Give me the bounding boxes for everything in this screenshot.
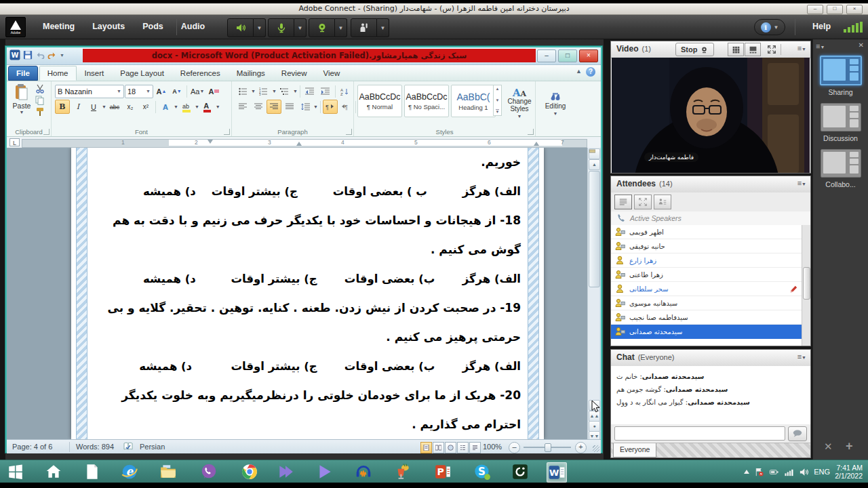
language-indicator[interactable]: ENG — [814, 468, 830, 476]
language-indicator[interactable]: Persian — [140, 440, 165, 454]
redo-icon[interactable] — [47, 51, 57, 59]
word-tab-home[interactable]: Home — [39, 66, 77, 81]
menu-meeting[interactable]: Meeting — [34, 15, 83, 39]
right-indent-marker[interactable] — [534, 142, 539, 146]
attendee-row[interactable]: سیدفاطمه صنا نجیب — [611, 310, 802, 325]
word-tab-file[interactable]: File — [8, 66, 38, 81]
word-tab-view[interactable]: View — [315, 66, 349, 81]
first-line-indent-marker[interactable] — [208, 140, 213, 144]
cut-pod-icon[interactable]: ✕ — [824, 441, 833, 453]
print-layout-view-icon[interactable] — [420, 442, 432, 453]
minimize-icon[interactable]: – — [807, 5, 823, 14]
action-center-icon[interactable] — [754, 467, 764, 477]
audacity-icon[interactable] — [354, 462, 373, 481]
collapse-ribbon-icon[interactable]: ▲ — [576, 68, 582, 75]
line-spacing-icon[interactable] — [298, 100, 313, 114]
attendees-pod-menu-icon[interactable]: ≡▼ — [797, 179, 806, 187]
skype-icon[interactable]: S — [473, 462, 492, 481]
webcam-icon[interactable] — [309, 18, 335, 37]
word-help-icon[interactable]: ? — [586, 67, 595, 77]
internet-explorer-icon[interactable]: e — [120, 462, 139, 481]
speaker-dropdown[interactable]: ▼ — [254, 18, 266, 37]
volume-icon[interactable] — [799, 467, 809, 477]
layouts-menu-icon[interactable]: ≡▼ — [816, 42, 825, 50]
ruler[interactable]: L 1234567 — [7, 137, 601, 148]
cocktail-icon[interactable] — [393, 462, 412, 481]
quick-access-dropdown-icon[interactable]: ▼ — [60, 53, 64, 58]
font-dialog-launcher-icon[interactable] — [224, 129, 230, 135]
font-size-combo[interactable]: 18▼ — [125, 85, 153, 98]
select-browse-object-icon[interactable]: ● — [589, 421, 600, 432]
editing-button[interactable]: Editing ▼ — [538, 83, 572, 125]
document-icon[interactable] — [83, 462, 102, 481]
increase-indent-icon[interactable] — [318, 84, 333, 98]
bullets-icon[interactable] — [235, 84, 250, 98]
help-menu[interactable]: Help — [812, 22, 831, 31]
layout-collabo[interactable]: Collabo... — [820, 149, 862, 188]
video-pod-menu-icon[interactable]: ≡▼ — [797, 44, 806, 52]
zoom-out-icon[interactable]: – — [509, 442, 520, 453]
attendee-row[interactable]: سحر سلطانی — [611, 282, 802, 296]
attendees-scroll-thumb[interactable] — [803, 267, 810, 300]
attendee-row[interactable]: حانیه توفیقی — [611, 239, 802, 253]
change-styles-button[interactable]: AA Change Styles ▼ — [505, 83, 534, 125]
page-indicator[interactable]: Page: 4 of 6 — [12, 440, 52, 454]
attendee-row[interactable]: سیدهانیه موسوی — [611, 296, 802, 310]
webcam-dropdown[interactable]: ▼ — [335, 18, 347, 37]
styles-dialog-launcher-icon[interactable] — [528, 129, 534, 135]
connection-signal-icon[interactable] — [844, 22, 863, 33]
scroll-up-icon[interactable]: ▲ — [589, 159, 600, 170]
save-icon[interactable] — [23, 50, 33, 60]
layout-sharing[interactable]: Sharing — [820, 56, 862, 96]
document-content[interactable]: خوریم.الف) هرگز ب ) بعضی اوقات ج) بیشتر … — [97, 148, 521, 439]
chat-input[interactable] — [614, 426, 785, 441]
raise-hand-icon[interactable] — [351, 18, 377, 37]
tray-expand-icon[interactable] — [744, 470, 749, 474]
word-maximize-icon[interactable]: □ — [558, 49, 577, 62]
font-name-combo[interactable]: B Nazanin▼ — [55, 85, 124, 98]
spellcheck-icon[interactable] — [123, 442, 134, 451]
menu-audio[interactable]: Audio — [172, 15, 214, 39]
paste-button[interactable]: Paste ▼ — [9, 83, 34, 124]
adobe-connect-icon[interactable] — [511, 462, 530, 481]
speaker-icon[interactable] — [227, 18, 254, 37]
clipboard-dialog-launcher-icon[interactable] — [43, 129, 50, 135]
document-page[interactable]: خوریم.الف) هرگز ب ) بعضی اوقات ج) بیشتر … — [71, 148, 544, 439]
maximize-icon[interactable]: □ — [827, 5, 843, 14]
chrome-icon[interactable] — [240, 462, 259, 481]
pin-icon[interactable]: ✕ — [859, 41, 864, 49]
sort-icon[interactable]: AZ — [338, 84, 353, 98]
attendee-status-view-icon[interactable] — [654, 195, 671, 209]
highlight-color-icon[interactable]: ab — [179, 100, 194, 114]
close-icon[interactable]: × — [846, 5, 863, 14]
attendee-row[interactable]: سیدمحدثه صمدانی — [611, 325, 802, 339]
clock[interactable]: 7:41 AM 2/1/2022 — [835, 464, 863, 480]
word-tab-references[interactable]: References — [172, 66, 229, 81]
send-chat-button[interactable] — [788, 426, 807, 441]
home-icon[interactable] — [44, 462, 63, 481]
word-tab-page-layout[interactable]: Page Layout — [112, 66, 172, 81]
filmstrip-view-icon[interactable] — [745, 43, 761, 56]
raise-hand-dropdown[interactable]: ▼ — [377, 18, 389, 37]
draft-view-icon[interactable] — [469, 442, 481, 453]
clear-formatting-icon[interactable]: A — [206, 84, 221, 98]
underline-button[interactable]: U — [86, 100, 101, 114]
viber-icon[interactable] — [199, 462, 218, 481]
underline-dropdown-icon[interactable]: ▼ — [102, 104, 106, 109]
fullscreen-reading-view-icon[interactable] — [433, 442, 444, 453]
scroll-thumb[interactable] — [589, 171, 600, 287]
add-pod-icon[interactable]: + — [846, 439, 853, 453]
outline-view-icon[interactable] — [457, 442, 469, 453]
strikethrough-icon[interactable]: abc — [107, 100, 122, 114]
rtl-direction-icon[interactable]: ¶ — [323, 100, 338, 114]
layout-discussion[interactable]: Discussion — [820, 103, 862, 142]
zoom-level[interactable]: 100% — [483, 440, 502, 454]
word-icon[interactable]: W — [547, 462, 567, 483]
attendee-row[interactable]: اطهر قویمی — [611, 225, 802, 239]
align-center-icon[interactable] — [251, 100, 266, 114]
web-layout-view-icon[interactable] — [445, 442, 456, 453]
word-count[interactable]: Words: 894 — [76, 440, 114, 454]
resize-grip[interactable] — [593, 445, 599, 452]
subscript-icon[interactable]: x₂ — [123, 100, 138, 114]
word-tab-review[interactable]: Review — [273, 66, 315, 81]
